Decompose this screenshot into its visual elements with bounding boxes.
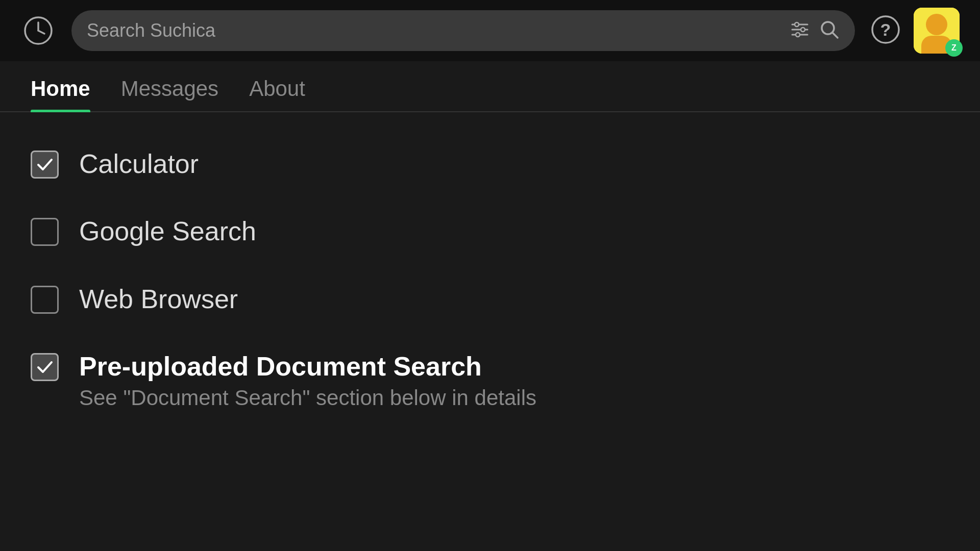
- web-browser-label-block: Web Browser: [79, 283, 238, 315]
- web-browser-checkbox[interactable]: [31, 286, 59, 314]
- tab-messages[interactable]: Messages: [121, 77, 218, 111]
- doc-search-label: Pre-uploaded Document Search: [79, 350, 536, 382]
- svg-line-10: [832, 33, 838, 38]
- svg-text:?: ?: [880, 20, 891, 39]
- avatar[interactable]: Z: [914, 8, 960, 54]
- search-bar-icons: [790, 19, 840, 42]
- doc-search-checkbox[interactable]: [31, 353, 59, 381]
- calculator-checkbox[interactable]: [31, 151, 59, 179]
- google-search-label: Google Search: [79, 215, 256, 247]
- calculator-label: Calculator: [79, 148, 199, 180]
- svg-point-6: [795, 22, 799, 27]
- help-icon[interactable]: ?: [870, 14, 901, 47]
- tab-home[interactable]: Home: [31, 77, 90, 111]
- history-icon[interactable]: [20, 13, 56, 48]
- google-search-label-block: Google Search: [79, 215, 256, 247]
- tabs: Home Messages About: [0, 61, 980, 112]
- filter-icon[interactable]: [790, 19, 810, 42]
- search-icon[interactable]: [819, 19, 840, 42]
- header-right: ? Z: [870, 8, 960, 54]
- svg-point-7: [801, 28, 805, 32]
- doc-search-sublabel: See "Document Search" section below in d…: [79, 386, 536, 410]
- list-item: Calculator: [31, 138, 949, 190]
- search-input[interactable]: [87, 20, 779, 41]
- calculator-label-block: Calculator: [79, 148, 199, 180]
- list-item: Pre-uploaded Document Search See "Docume…: [31, 340, 949, 420]
- doc-search-label-block: Pre-uploaded Document Search See "Docume…: [79, 350, 536, 410]
- list-item: Google Search: [31, 205, 949, 257]
- content: Calculator Google Search Web Browser: [0, 112, 980, 446]
- header: ? Z: [0, 0, 980, 61]
- google-search-checkbox[interactable]: [31, 218, 59, 246]
- tab-about[interactable]: About: [249, 77, 305, 111]
- svg-line-2: [38, 31, 44, 34]
- search-bar: [71, 10, 855, 51]
- svg-point-8: [796, 33, 800, 37]
- web-browser-label: Web Browser: [79, 283, 238, 315]
- list-item: Web Browser: [31, 273, 949, 325]
- avatar-status-badge: Z: [945, 39, 963, 57]
